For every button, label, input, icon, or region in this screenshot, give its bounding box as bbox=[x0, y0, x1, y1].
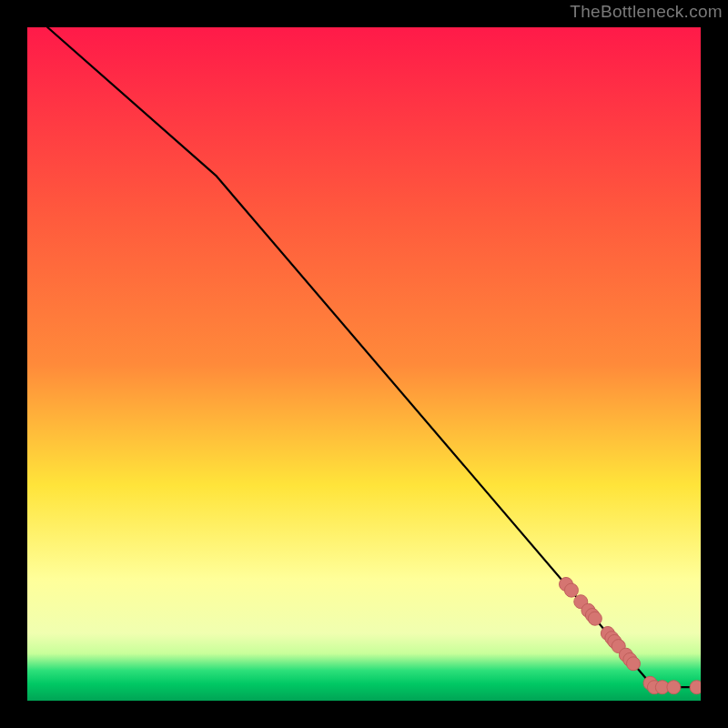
svg-rect-0 bbox=[27, 27, 701, 701]
data-point bbox=[667, 681, 681, 694]
attribution-watermark: TheBottleneck.com bbox=[570, 2, 723, 22]
data-point bbox=[690, 681, 701, 694]
data-point bbox=[588, 612, 602, 625]
chart-container: TheBottleneck.com bbox=[0, 0, 728, 728]
data-point bbox=[564, 583, 578, 597]
chart-svg bbox=[27, 27, 701, 701]
plot-area bbox=[27, 27, 701, 701]
data-point bbox=[627, 657, 641, 671]
